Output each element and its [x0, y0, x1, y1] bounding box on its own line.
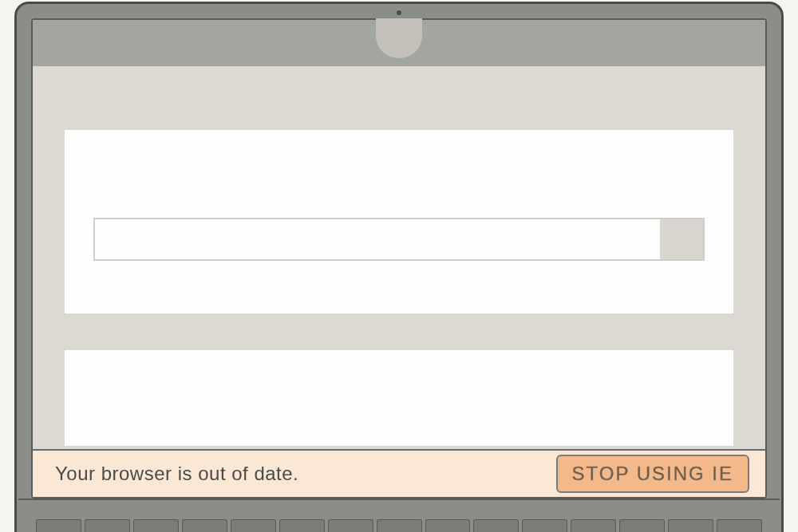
browser-toolbar [33, 66, 765, 116]
laptop-frame: Your browser is out of date. STOP USING … [14, 2, 784, 532]
stop-using-ie-button[interactable]: STOP USING IE [556, 455, 750, 493]
content-panel [65, 350, 733, 446]
search-box [93, 218, 705, 261]
keyboard-icon [36, 519, 762, 532]
search-panel [65, 130, 733, 313]
notification-message: Your browser is out of date. [55, 463, 298, 485]
webcam-dot-icon [397, 10, 401, 15]
laptop-base [18, 499, 780, 532]
page-content [33, 116, 765, 449]
search-input[interactable] [95, 219, 660, 259]
divider [65, 333, 733, 336]
search-button[interactable] [660, 219, 703, 259]
laptop-screen: Your browser is out of date. STOP USING … [31, 18, 767, 499]
notification-bar: Your browser is out of date. STOP USING … [33, 449, 765, 497]
